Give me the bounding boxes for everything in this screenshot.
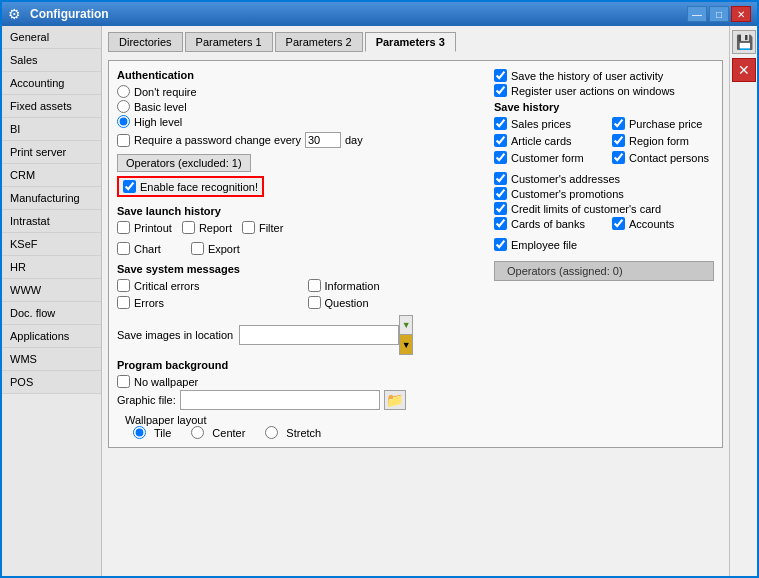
- sidebar-item-sales[interactable]: Sales: [2, 49, 101, 72]
- auth-dont-require-label: Don't require: [134, 86, 197, 98]
- chart-checkbox[interactable]: [117, 242, 130, 255]
- question-checkbox[interactable]: [308, 296, 321, 309]
- sidebar-item-bi[interactable]: BI: [2, 118, 101, 141]
- errors-item: Errors: [117, 296, 288, 309]
- errors-checkbox[interactable]: [117, 296, 130, 309]
- auth-basic-radio[interactable]: [117, 100, 130, 113]
- auth-dont-require-radio[interactable]: [117, 85, 130, 98]
- employee-file-checkbox[interactable]: [494, 238, 507, 251]
- purchase-price-checkbox[interactable]: [612, 117, 625, 130]
- filter-checkbox[interactable]: [242, 221, 255, 234]
- auth-high: High level: [117, 115, 478, 128]
- tab-parameters3[interactable]: Parameters 3: [365, 32, 456, 52]
- password-unit-label: day: [345, 134, 363, 146]
- save-history-grid: Sales prices Purchase price Article card…: [494, 117, 714, 166]
- report-checkbox[interactable]: [182, 221, 195, 234]
- sidebar-item-crm[interactable]: CRM: [2, 164, 101, 187]
- wallpaper-layout-section: Wallpaper layout Tile Center: [125, 414, 478, 439]
- sidebar-item-general[interactable]: General: [2, 26, 101, 49]
- save-images-folder-button[interactable]: ▼: [399, 315, 413, 335]
- sidebar-item-pos[interactable]: POS: [2, 371, 101, 394]
- maximize-button[interactable]: □: [709, 6, 729, 22]
- customer-form-checkbox[interactable]: [494, 151, 507, 164]
- sidebar-item-fixed-assets[interactable]: Fixed assets: [2, 95, 101, 118]
- sys-messages-title: Save system messages: [117, 263, 478, 275]
- customers-addresses-item: Customer's addresses: [494, 172, 714, 185]
- save-images-label: Save images in location: [117, 329, 233, 341]
- center-radio[interactable]: [191, 426, 204, 439]
- sidebar: General Sales Accounting Fixed assets BI…: [2, 26, 102, 576]
- operators-assigned-button[interactable]: Operators (assigned: 0): [494, 261, 714, 281]
- password-days-input[interactable]: [305, 132, 341, 148]
- report-item: Report: [182, 221, 232, 234]
- customers-addresses-checkbox[interactable]: [494, 172, 507, 185]
- region-form-checkbox[interactable]: [612, 134, 625, 147]
- window-icon: ⚙: [8, 6, 24, 22]
- contact-persons-checkbox[interactable]: [612, 151, 625, 164]
- tab-directories[interactable]: Directories: [108, 32, 183, 52]
- export-checkbox[interactable]: [191, 242, 204, 255]
- face-recognition-checkbox[interactable]: [123, 180, 136, 193]
- sidebar-item-print-server[interactable]: Print server: [2, 141, 101, 164]
- tile-row: Tile Center Stretch: [133, 426, 478, 439]
- register-user-actions-label: Register user actions on windows: [511, 85, 675, 97]
- graphic-file-label: Graphic file:: [117, 394, 176, 406]
- sidebar-item-ksef[interactable]: KSeF: [2, 233, 101, 256]
- operators-assigned-section: Operators (assigned: 0): [494, 261, 714, 281]
- customers-promotions-checkbox[interactable]: [494, 187, 507, 200]
- article-cards-checkbox[interactable]: [494, 134, 507, 147]
- operators-excluded-button[interactable]: Operators (excluded: 1): [117, 154, 251, 172]
- graphic-file-row: Graphic file: 📁: [117, 390, 478, 410]
- sales-prices-checkbox[interactable]: [494, 117, 507, 130]
- sidebar-item-applications[interactable]: Applications: [2, 325, 101, 348]
- sidebar-item-intrastat[interactable]: Intrastat: [2, 210, 101, 233]
- auth-high-radio[interactable]: [117, 115, 130, 128]
- center-item: Center: [191, 426, 245, 439]
- sidebar-item-manufacturing[interactable]: Manufacturing: [2, 187, 101, 210]
- cards-of-banks-checkbox[interactable]: [494, 217, 507, 230]
- title-bar: ⚙ Configuration — □ ✕: [2, 2, 757, 26]
- contact-persons-item: Contact persons: [612, 151, 714, 164]
- password-change-label: Require a password change every: [134, 134, 301, 146]
- critical-errors-label: Critical errors: [134, 280, 199, 292]
- graphic-folder-button[interactable]: 📁: [384, 390, 406, 410]
- save-images-dropdown-button[interactable]: ▼: [399, 335, 413, 355]
- register-user-actions-checkbox[interactable]: [494, 84, 507, 97]
- information-checkbox[interactable]: [308, 279, 321, 292]
- close-toolbar-button[interactable]: ✕: [732, 58, 756, 82]
- save-user-activity-checkbox[interactable]: [494, 69, 507, 82]
- filter-label: Filter: [259, 222, 283, 234]
- accounts-label: Accounts: [629, 218, 674, 230]
- tab-bar: Directories Parameters 1 Parameters 2 Pa…: [108, 32, 723, 52]
- customer-form-label: Customer form: [511, 152, 584, 164]
- password-change-checkbox[interactable]: [117, 134, 130, 147]
- close-button[interactable]: ✕: [731, 6, 751, 22]
- sidebar-item-hr[interactable]: HR: [2, 256, 101, 279]
- information-label: Information: [325, 280, 380, 292]
- critical-errors-checkbox[interactable]: [117, 279, 130, 292]
- save-button[interactable]: 💾: [732, 30, 756, 54]
- filter-item: Filter: [242, 221, 283, 234]
- window-controls: — □ ✕: [687, 6, 751, 22]
- accounts-checkbox[interactable]: [612, 217, 625, 230]
- right-toolbar: 💾 ✕: [729, 26, 757, 576]
- minimize-button[interactable]: —: [687, 6, 707, 22]
- window-title: Configuration: [30, 7, 109, 21]
- graphic-path-input[interactable]: [180, 390, 380, 410]
- chart-item: Chart: [117, 242, 161, 255]
- sidebar-item-accounting[interactable]: Accounting: [2, 72, 101, 95]
- sidebar-item-www[interactable]: WWW: [2, 279, 101, 302]
- region-form-item: Region form: [612, 134, 714, 147]
- face-recognition-box: Enable face recognition!: [117, 176, 264, 197]
- save-images-path-input[interactable]: [239, 325, 399, 345]
- tab-parameters2[interactable]: Parameters 2: [275, 32, 363, 52]
- stretch-radio[interactable]: [265, 426, 278, 439]
- credit-limits-checkbox[interactable]: [494, 202, 507, 215]
- sidebar-item-wms[interactable]: WMS: [2, 348, 101, 371]
- tab-parameters1[interactable]: Parameters 1: [185, 32, 273, 52]
- printout-checkbox[interactable]: [117, 221, 130, 234]
- no-wallpaper-checkbox[interactable]: [117, 375, 130, 388]
- sidebar-item-doc-flow[interactable]: Doc. flow: [2, 302, 101, 325]
- save-images-row: Save images in location ▼ ▼: [117, 315, 478, 355]
- tile-radio[interactable]: [133, 426, 146, 439]
